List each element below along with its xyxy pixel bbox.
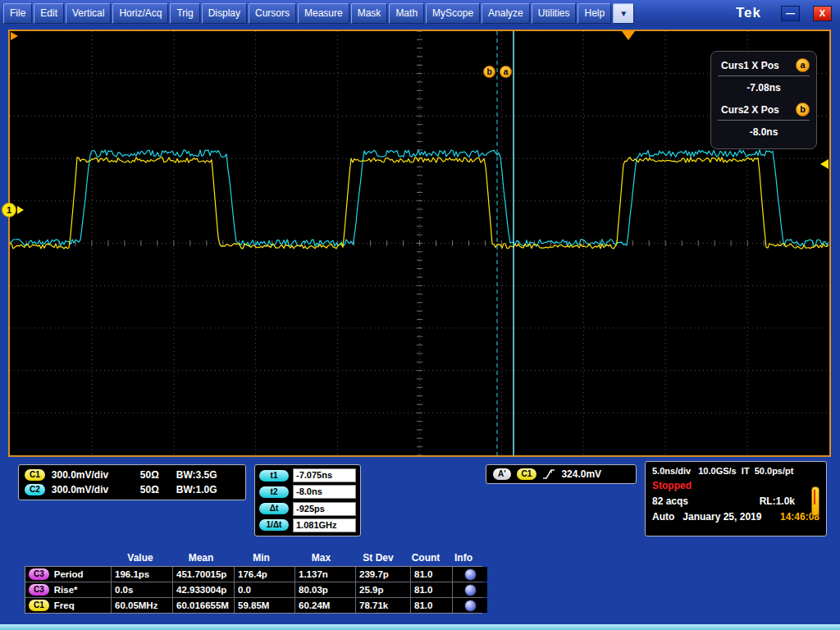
menu-file[interactable]: File: [3, 3, 32, 24]
menu-myscope[interactable]: MyScope: [426, 3, 480, 24]
channel-readout-box[interactable]: C1 300.0mV/div 50Ω BW:3.5G C2 300.0mV/di…: [18, 464, 246, 500]
horizontal-reference-arrow: [11, 32, 18, 40]
inverse-delta-t-value: 1.081GHz: [293, 518, 356, 532]
channel-1-marker-label: 1: [2, 203, 16, 217]
measurement-cell: 81.0: [411, 598, 452, 613]
channel-1-scale: 300.0mV/div: [52, 469, 134, 481]
channel-1-readout: C1 300.0mV/div 50Ω BW:3.5G: [25, 469, 240, 481]
channel-1-marker[interactable]: 1: [2, 203, 24, 217]
menu-measure[interactable]: Measure: [298, 3, 349, 24]
curs1-label: Curs1 X Pos: [721, 60, 779, 71]
menu-cursors[interactable]: Cursors: [249, 3, 296, 24]
record-length: RL:1.0k: [760, 495, 795, 507]
cursor-b-handle[interactable]: b: [483, 66, 495, 78]
trigger-a-badge: A': [493, 468, 511, 480]
cursor-time-readout-box: t1 -7.075ns t2 -8.0ns Δt -925ps 1/Δt 1.0…: [254, 464, 361, 536]
measurement-info-cell: [453, 567, 487, 582]
measurement-header-row: Value Mean Min Max St Dev Count Info: [25, 551, 482, 566]
menu-math[interactable]: Math: [389, 3, 424, 24]
measurement-header-blank: [25, 551, 110, 566]
header-value: Value: [110, 551, 171, 566]
measurement-info-cell: [453, 582, 487, 597]
acquisition-status: Stopped: [652, 480, 819, 491]
measurement-cell: 176.4p: [235, 567, 294, 582]
measurement-cell: 451.70015p: [173, 567, 234, 582]
measurement-cell: 1.137n: [295, 567, 355, 582]
cursor-b-badge-icon: b: [796, 103, 810, 116]
measurement-name: Freq: [54, 600, 75, 610]
t2-value: -8.0ns: [293, 485, 356, 499]
date-text: January 25, 2019: [682, 511, 761, 523]
measurement-source-badge: C3: [29, 568, 49, 580]
divider: [718, 75, 810, 76]
header-stdev: St Dev: [351, 551, 405, 566]
cursor-a-handle[interactable]: a: [500, 66, 512, 78]
menu-utilities[interactable]: Utilities: [532, 3, 577, 24]
trigger-readout-box[interactable]: A' C1 324.0mV: [486, 464, 637, 484]
window-controls: — X: [781, 6, 837, 21]
channel-1-badge: C1: [25, 469, 45, 481]
measurement-cell: 239.7p: [356, 567, 410, 582]
menu-edit[interactable]: Edit: [34, 3, 64, 24]
t1-value: -7.075ns: [293, 468, 356, 482]
measurement-label: C3 Period: [25, 567, 111, 582]
trigger-mode: Auto: [652, 511, 674, 523]
t2-badge: t2: [259, 486, 289, 498]
channel-2-readout: C2 300.0mV/div 50Ω BW:1.0G: [25, 484, 240, 495]
taskbar-strip: [0, 624, 840, 630]
measurement-table: Value Mean Min Max St Dev Count Info C3 …: [25, 551, 482, 614]
measurement-source-badge: C3: [29, 584, 49, 596]
inverse-delta-t-row: 1/Δt 1.081GHz: [259, 518, 356, 532]
thermometer-icon: [811, 486, 819, 516]
measurement-label: C1 Freq: [25, 598, 111, 613]
delta-t-badge: Δt: [259, 503, 289, 514]
curs2-label: Curs2 X Pos: [721, 104, 779, 116]
menu-vertical[interactable]: Vertical: [66, 3, 111, 24]
t2-row: t2 -8.0ns: [259, 485, 356, 499]
menu-analyze[interactable]: Analyze: [482, 3, 530, 24]
trigger-level: 324.0mV: [561, 468, 601, 480]
chevron-down-icon: ▼: [619, 9, 628, 18]
trigger-source-badge: C1: [517, 468, 537, 480]
t1-row: t1 -7.075ns: [259, 468, 356, 482]
menu-display[interactable]: Display: [202, 3, 247, 24]
channel-2-impedance: 50Ω: [140, 484, 170, 495]
measurement-cell: 60.016655M: [173, 598, 234, 613]
cursor-readout-panel: Curs1 X Pos a -7.08ns Curs2 X Pos b -8.0…: [710, 51, 817, 149]
channel-1-bandwidth: BW:3.5G: [176, 469, 217, 481]
curs2-value: -8.0ns: [711, 122, 816, 144]
channel-level-arrow: [820, 159, 829, 169]
menu-help[interactable]: Help: [578, 3, 611, 24]
measurement-cell: 60.24M: [295, 598, 355, 613]
waveform-display: b a Curs1 X Pos a -7.08ns Curs2 X Pos b …: [8, 30, 831, 457]
menu-trig[interactable]: Trig: [170, 3, 199, 24]
header-info: Info: [446, 551, 481, 566]
menu-mask[interactable]: Mask: [351, 3, 388, 24]
t1-badge: t1: [259, 470, 289, 482]
divider: [718, 120, 810, 121]
arrow-right-icon: [17, 206, 24, 214]
delta-t-row: Δt -925ps: [259, 502, 356, 516]
measurement-cell: 81.0: [411, 567, 452, 582]
info-icon[interactable]: [464, 568, 477, 581]
acquisition-counts: 82 acqs RL:1.0k: [652, 495, 819, 507]
channel-2-bandwidth: BW:1.0G: [176, 484, 217, 495]
info-icon[interactable]: [464, 584, 477, 596]
measurement-cell: 0.0s: [112, 582, 172, 597]
measurement-cell: 42.933004p: [173, 582, 234, 597]
info-icon[interactable]: [464, 600, 477, 612]
acquisition-datetime: Auto January 25, 2019 14:46:08: [652, 511, 819, 523]
measurement-label: C3 Rise*: [25, 582, 111, 597]
minimize-button[interactable]: —: [781, 6, 800, 21]
measurement-cell: 25.9p: [356, 582, 410, 597]
header-max: Max: [291, 551, 351, 566]
menu-horiz-acq[interactable]: Horiz/Acq: [112, 3, 168, 24]
curs1-value: -7.08ns: [711, 78, 816, 99]
trigger-position-marker[interactable]: [622, 31, 635, 40]
measurement-cell: 80.03p: [295, 582, 355, 597]
measurement-cell: 0.0: [235, 582, 294, 597]
tek-logo: Tek: [736, 5, 779, 21]
measurement-cell: 78.71k: [356, 598, 410, 613]
menu-dropdown-button[interactable]: ▼: [613, 3, 634, 24]
close-button[interactable]: X: [813, 6, 832, 21]
